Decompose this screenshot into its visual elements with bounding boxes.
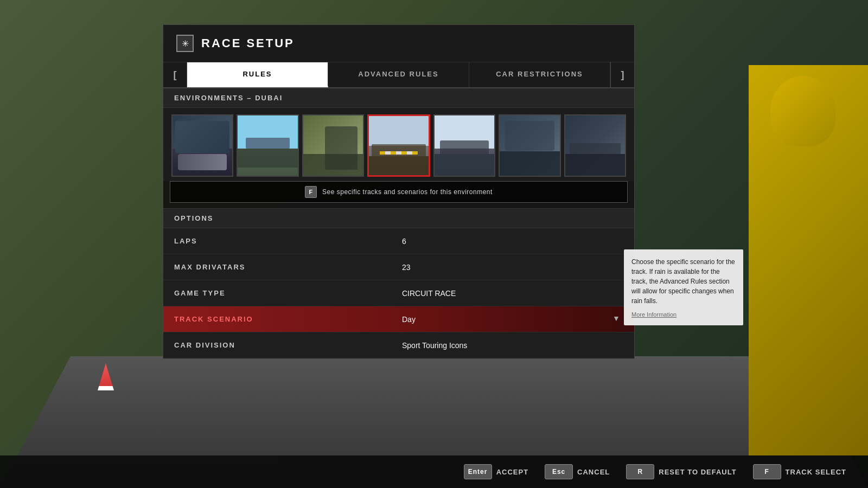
character-body [749, 65, 868, 455]
track-select-action[interactable]: F Track Select [753, 464, 846, 479]
panel-title: RACE SETUP [201, 36, 295, 50]
track-select-label: Track Select [786, 468, 846, 476]
options-table: LAPS 6 MAX DRIVATARS 23 GAME TYPE CIRCUI… [163, 228, 634, 358]
panel-header: ✳ RACE SETUP [163, 25, 634, 62]
asterisk-icon: ✳ [182, 38, 189, 49]
option-value-max-drivatars: 23 [391, 256, 634, 278]
game-type-value: CIRCUIT RACE [402, 289, 456, 298]
option-row-game-type[interactable]: GAME TYPE CIRCUIT RACE [163, 280, 634, 306]
option-value-laps: 6 [391, 230, 634, 252]
tab-car-restrictions[interactable]: CAR RESTRICTIONS [469, 62, 610, 87]
option-row-max-drivatars[interactable]: MAX DRIVATARS 23 [163, 254, 634, 280]
track-gallery [163, 108, 634, 181]
tab-left-bracket: [ [163, 62, 187, 87]
accept-label: Accept [496, 468, 528, 476]
tabs-row: [ RULES ADVANCED RULES CAR RESTRICTIONS … [163, 62, 634, 88]
tab-right-bracket: ] [610, 62, 634, 87]
track-select-key: F [753, 464, 781, 479]
option-value-car-division: Sport Touring Icons [391, 335, 634, 356]
track-thumb-3[interactable] [302, 114, 364, 177]
car-division-value: Sport Touring Icons [402, 341, 467, 350]
track-image-2 [238, 115, 297, 176]
reset-action[interactable]: R Reset To Default [626, 464, 736, 479]
race-setup-panel: ✳ RACE SETUP [ RULES ADVANCED RULES CAR … [163, 24, 635, 359]
track-thumb-5[interactable] [433, 114, 495, 177]
tooltip-box: Choose the specific scenario for the tra… [624, 249, 743, 325]
tooltip-more-info[interactable]: More Information [631, 311, 736, 318]
option-label-track-scenario: TRACK SCENARIO [163, 309, 391, 330]
options-header: OPTIONS [163, 208, 634, 228]
laps-value: 6 [402, 237, 406, 246]
max-drivatars-value: 23 [402, 263, 411, 272]
track-thumb-2[interactable] [237, 114, 298, 177]
track-image-4 [369, 116, 429, 175]
chevron-down-icon: ▼ [612, 314, 623, 325]
option-label-max-drivatars: MAX DRIVATARS [163, 256, 391, 278]
cancel-key: Esc [545, 464, 573, 479]
cancel-label: Cancel [577, 468, 610, 476]
character-figure [749, 65, 868, 455]
reset-label: Reset To Default [659, 468, 736, 476]
track-image-5 [435, 115, 494, 176]
option-label-laps: LAPS [163, 230, 391, 252]
track-image-6 [500, 115, 559, 176]
track-thumb-1[interactable] [171, 114, 233, 177]
cancel-action[interactable]: Esc Cancel [545, 464, 610, 479]
track-thumb-6[interactable] [499, 114, 560, 177]
track-image-1 [173, 115, 232, 176]
accept-key: Enter [464, 464, 492, 479]
reset-key: R [626, 464, 654, 479]
character-helmet [770, 76, 835, 146]
accept-action[interactable]: Enter Accept [464, 464, 528, 479]
track-thumb-7[interactable] [564, 114, 626, 177]
option-row-track-scenario[interactable]: TRACK SCENARIO Day ▼ [163, 306, 634, 332]
header-icon: ✳ [176, 35, 194, 52]
track-image-3 [303, 115, 363, 176]
track-scenario-value: Day [402, 315, 416, 324]
option-label-game-type: GAME TYPE [163, 282, 391, 304]
tooltip-text: Choose the specific scenario for the tra… [631, 257, 736, 306]
gallery-hint-text: See specific tracks and scenarios for th… [322, 188, 493, 196]
bottom-bar: Enter Accept Esc Cancel R Reset To Defau… [0, 455, 868, 488]
track-thumb-4[interactable] [367, 114, 430, 177]
hint-key-f: F [305, 186, 317, 198]
tab-rules[interactable]: RULES [187, 62, 328, 87]
option-value-track-scenario: Day ▼ [391, 307, 634, 331]
gallery-hint: F See specific tracks and scenarios for … [170, 181, 628, 203]
environments-header: ENVIRONMENTS – DUBAI [163, 88, 634, 108]
option-row-car-division[interactable]: CAR DIVISION Sport Touring Icons [163, 332, 634, 358]
option-value-game-type: CIRCUIT RACE [391, 282, 634, 304]
tab-advanced-rules[interactable]: ADVANCED RULES [328, 62, 469, 87]
option-label-car-division: CAR DIVISION [163, 335, 391, 356]
track-image-7 [565, 115, 625, 176]
option-row-laps[interactable]: LAPS 6 [163, 228, 634, 254]
